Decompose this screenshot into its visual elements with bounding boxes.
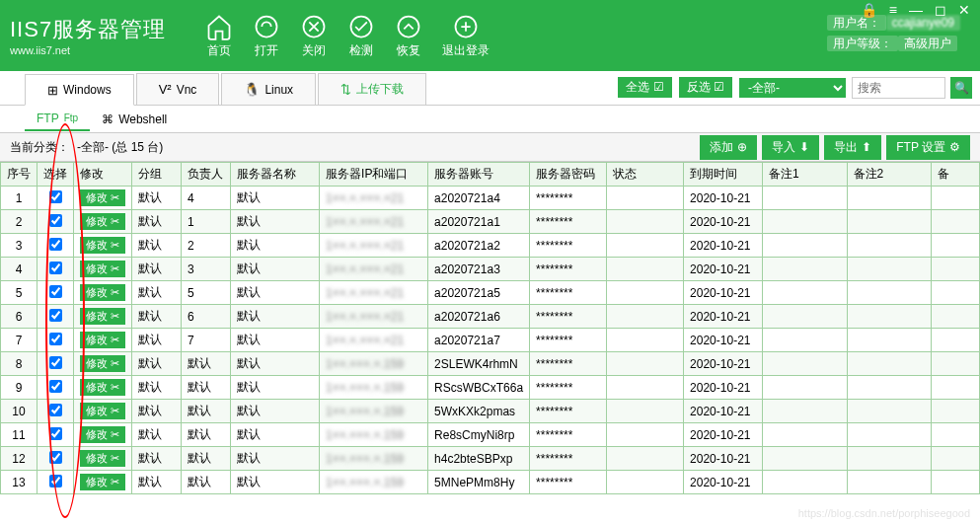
cell-name: 默认 [231,234,320,258]
nav-check[interactable]: 检测 [347,13,375,59]
modify-button[interactable]: 修改 ✂ [80,189,125,206]
cell-status [607,258,684,281]
cell-password: ******** [530,281,607,305]
cell-owner: 默认 [182,400,231,423]
row-checkbox[interactable] [49,285,62,298]
nav-x[interactable]: 关闭 [300,13,328,59]
cell-account: a2020721a7 [428,329,530,352]
tab-windows[interactable]: ⊞Windows [25,74,134,106]
modify-button[interactable]: 修改 ✂ [80,237,125,254]
cell-ip: 1××.×××.×.159 [320,376,428,400]
col-header[interactable]: 备注1 [763,163,847,187]
row-checkbox[interactable] [49,475,62,487]
nav-home[interactable]: 首页 [205,13,233,59]
ftp-settings-button[interactable]: FTP 设置 ⚙ [886,135,970,160]
nav-logout[interactable]: 退出登录 [442,13,490,59]
table-row[interactable]: 3修改 ✂默认2默认1××.×.×××.×21a2020721a2*******… [1,234,980,258]
cell-note1 [763,234,847,258]
cell-name: 默认 [231,376,320,400]
table-row[interactable]: 1修改 ✂默认4默认1××.×.×××.×21a2020721a4*******… [1,187,980,210]
table-row[interactable]: 10修改 ✂默认默认默认1××.×××.×.1595WxKXk2pmas****… [1,400,980,423]
cell-modify: 修改 ✂ [74,187,132,210]
cell-select [38,187,74,210]
col-header[interactable]: 选择 [38,163,74,187]
row-checkbox[interactable] [49,262,62,274]
watermark: https://blog.csdn.net/porphiseegood [798,507,970,519]
modify-button[interactable]: 修改 ✂ [80,355,125,372]
col-header[interactable]: 服务器名称 [231,163,320,187]
cell-group: 默认 [132,329,182,352]
col-header[interactable]: 服务器密码 [530,163,607,187]
table-row[interactable]: 8修改 ✂默认默认默认1××.×××.×.1592SLEWK4rhmN*****… [1,352,980,376]
tab-vnc[interactable]: V²Vnc [136,73,220,105]
modify-button[interactable]: 修改 ✂ [80,426,125,443]
table-row[interactable]: 13修改 ✂默认默认默认1××.×××.×.1595MNePMm8Hy*****… [1,471,980,494]
col-header[interactable]: 分组 [132,163,182,187]
cell-owner: 4 [182,187,231,210]
cell-index: 10 [1,400,38,423]
table-container[interactable]: 序号选择修改分组负责人服务器名称服务器IP和端口服务器账号服务器密码状态到期时间… [0,162,980,524]
category-select[interactable]: -全部- [738,77,847,99]
tab-上传下载[interactable]: ⇅上传下载 [318,73,426,105]
table-row[interactable]: 9修改 ✂默认默认默认1××.×××.×.159RScsWBCxT66a****… [1,376,980,400]
table-row[interactable]: 5修改 ✂默认5默认1××.×.×××.×21a2020721a5*******… [1,281,980,305]
col-header[interactable]: 状态 [607,163,684,187]
col-header[interactable]: 备 [932,163,980,187]
add-button[interactable]: 添加 ⊕ [700,135,757,160]
row-checkbox[interactable] [49,356,62,369]
nav-wrench[interactable]: 恢复 [395,13,422,59]
row-checkbox[interactable] [49,451,62,464]
table-row[interactable]: 12修改 ✂默认默认默认1××.×××.×.159h4c2bteSBPxp***… [1,447,980,471]
modify-button[interactable]: 修改 ✂ [80,308,125,325]
table-row[interactable]: 6修改 ✂默认6默认1××.×.×××.×21a2020721a6*******… [1,305,980,329]
modify-button[interactable]: 修改 ✂ [80,213,125,230]
modify-button[interactable]: 修改 ✂ [80,403,125,419]
table-row[interactable]: 2修改 ✂默认1默认1××.×.×××.×21a2020721a1*******… [1,210,980,234]
cell-select [38,400,74,423]
tab-icon: ⇅ [340,82,351,97]
cell-name: 默认 [231,258,320,281]
table-row[interactable]: 4修改 ✂默认3默认1××.×.×××.×21a2020721a3*******… [1,258,980,281]
select-all-button[interactable]: 全选 ☑ [617,76,672,99]
cell-name: 默认 [231,447,320,471]
tab-linux[interactable]: 🐧Linux [221,73,316,105]
modify-button[interactable]: 修改 ✂ [80,261,125,277]
row-checkbox[interactable] [49,214,62,227]
cell-name: 默认 [231,352,320,376]
table-row[interactable]: 11修改 ✂默认默认默认1××.×××.×.159Re8sCmyNi8rp***… [1,423,980,447]
row-checkbox[interactable] [49,404,62,416]
search-button[interactable]: 🔍 [950,77,972,99]
col-header[interactable]: 序号 [1,163,38,187]
tab-ftp[interactable]: FTP Ftp [25,108,90,131]
cell-status [607,210,684,234]
invert-select-button[interactable]: 反选 ☑ [678,76,733,99]
cell-owner: 7 [182,329,231,352]
col-header[interactable]: 备注2 [847,163,931,187]
col-header[interactable]: 负责人 [182,163,231,187]
nav-link[interactable]: 打开 [253,13,280,59]
col-header[interactable]: 到期时间 [684,163,763,187]
col-header[interactable]: 服务器IP和端口 [320,163,428,187]
export-button[interactable]: 导出 ⬆ [824,135,881,160]
row-checkbox[interactable] [49,309,62,322]
row-checkbox[interactable] [49,190,62,203]
col-header[interactable]: 修改 [74,163,132,187]
import-button[interactable]: 导入 ⬇ [762,135,819,160]
row-checkbox[interactable] [49,333,62,345]
tab-webshell[interactable]: ⌘ Webshell [90,109,179,130]
filter-bar: 当前分类： -全部- (总 15 台) 添加 ⊕ 导入 ⬇ 导出 ⬆ FTP 设… [0,132,980,162]
modify-button[interactable]: 修改 ✂ [80,332,125,348]
table-row[interactable]: 7修改 ✂默认7默认1××.×.×××.×21a2020721a7*******… [1,329,980,352]
cell-index: 2 [1,210,38,234]
search-input[interactable] [852,77,945,99]
row-checkbox[interactable] [49,380,62,393]
row-checkbox[interactable] [49,427,62,440]
modify-button[interactable]: 修改 ✂ [80,379,125,396]
modify-button[interactable]: 修改 ✂ [80,284,125,301]
modify-button[interactable]: 修改 ✂ [80,474,125,490]
modify-button[interactable]: 修改 ✂ [80,450,125,467]
cell-status [607,376,684,400]
col-header[interactable]: 服务器账号 [428,163,530,187]
row-checkbox[interactable] [49,238,62,251]
cell-account: a2020721a5 [428,281,530,305]
